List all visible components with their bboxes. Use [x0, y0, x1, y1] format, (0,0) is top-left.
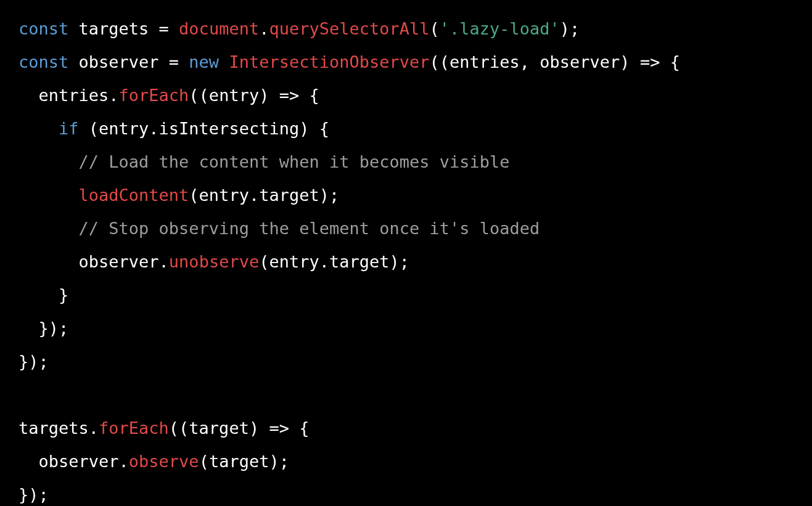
code-line: // Stop observing the element once it's … — [18, 219, 539, 238]
code-line: }); — [18, 352, 49, 371]
identifier-document: document — [179, 19, 259, 38]
code-line: observer.observe(target); — [18, 452, 289, 471]
callback-params: ((entry) => { — [189, 86, 319, 105]
call-args: (entry.target); — [189, 186, 339, 205]
code-line: entries.forEach((entry) => { — [18, 86, 319, 105]
code-line: // Load the content when it becomes visi… — [18, 152, 510, 171]
identifier-observer: observer. — [79, 252, 169, 271]
comment: // Stop observing the element once it's … — [79, 219, 540, 238]
indent — [18, 86, 39, 105]
callback-params: ((entries, observer) => { — [430, 52, 680, 71]
operator-equals: = — [159, 19, 179, 38]
keyword-new: new — [189, 52, 219, 71]
indent — [18, 319, 39, 338]
comment: // Load the content when it becomes visi… — [79, 152, 510, 171]
method-forEach: forEach — [119, 86, 189, 105]
code-line: }); — [18, 319, 68, 338]
function-loadContent: loadContent — [79, 186, 189, 205]
keyword-if: if — [59, 119, 79, 138]
method-observe: observe — [129, 452, 199, 471]
block-end: }); — [18, 352, 49, 371]
code-line: }); — [18, 485, 49, 504]
code-block: const targets = document.querySelectorAl… — [0, 0, 812, 506]
variable-targets: targets — [68, 19, 158, 38]
code-line: targets.forEach((target) => { — [18, 418, 309, 438]
indent — [18, 219, 79, 238]
call-args: (target); — [199, 452, 289, 471]
punct-paren-open: ( — [430, 19, 440, 38]
code-line: } — [18, 285, 68, 304]
code-line: const targets = document.querySelectorAl… — [18, 19, 580, 38]
indent — [18, 252, 79, 271]
condition: (entry.isIntersecting) { — [79, 119, 329, 138]
callback-params: ((target) => { — [169, 418, 310, 438]
operator-equals: = — [169, 52, 189, 71]
keyword-const: const — [18, 52, 68, 71]
identifier-observer: observer. — [39, 452, 129, 471]
code-line: loadContent(entry.target); — [18, 186, 339, 205]
block-end: }); — [39, 319, 69, 338]
block-end: }); — [18, 485, 49, 504]
method-querySelectorAll: querySelectorAll — [269, 19, 429, 38]
indent — [18, 285, 59, 304]
identifier-entries: entries. — [39, 86, 119, 105]
punct-paren-close: ); — [560, 19, 580, 38]
indent — [18, 152, 79, 171]
code-line: if (entry.isIntersecting) { — [18, 119, 329, 138]
code-line: const observer = new IntersectionObserve… — [18, 52, 680, 71]
string-literal: '.lazy-load' — [440, 19, 560, 38]
call-args: (entry.target); — [259, 252, 409, 271]
brace-close: } — [59, 285, 68, 304]
code-line: observer.unobserve(entry.target); — [18, 252, 409, 271]
indent — [18, 119, 59, 138]
class-IntersectionObserver: IntersectionObserver — [229, 52, 429, 71]
keyword-const: const — [18, 19, 68, 38]
indent — [18, 186, 79, 205]
method-unobserve: unobserve — [169, 252, 259, 271]
indent — [18, 452, 39, 471]
space — [219, 52, 229, 71]
method-forEach: forEach — [99, 418, 169, 438]
variable-observer: observer — [68, 52, 169, 71]
punct-dot: . — [259, 19, 269, 38]
identifier-targets: targets. — [18, 418, 99, 438]
